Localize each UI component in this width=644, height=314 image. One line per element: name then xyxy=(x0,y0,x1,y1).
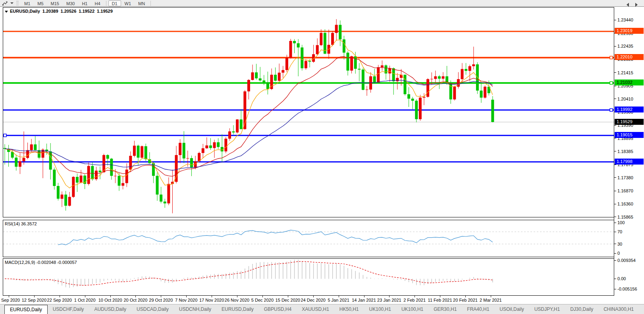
timeframe-button-w1[interactable]: W1 xyxy=(121,0,135,6)
hline-handle-1.21032[interactable] xyxy=(610,81,613,84)
axis-tick-label: 1.20410 xyxy=(617,96,633,102)
date-label: 2 Mar 2021 xyxy=(480,298,502,302)
axis-tick xyxy=(614,204,616,204)
axis-tick-label: 30 xyxy=(617,241,622,247)
date-label: 29 Oct 2020 xyxy=(149,298,173,302)
axis-tick xyxy=(614,86,616,86)
axis-tick-label: 1.17380 xyxy=(617,175,633,180)
axis-tick-label: -0.005156 xyxy=(617,286,637,292)
main-chart-panel[interactable]: EURUSD,Daily1.203891.205261.195221.19529 xyxy=(3,7,614,217)
timeframe-button-m30[interactable]: M30 xyxy=(63,0,78,6)
rsi-chart[interactable] xyxy=(3,220,614,257)
chevron-down-icon[interactable] xyxy=(5,11,8,13)
date-label: 17 Nov 2020 xyxy=(199,298,224,302)
date-label: 24 Dec 2020 xyxy=(301,298,325,302)
timeframe-button-m1[interactable]: M1 xyxy=(21,0,34,6)
chart-tab-usoil-daily[interactable]: USOil,Daily xyxy=(494,304,529,314)
axis-tick xyxy=(614,289,616,289)
chart-tab-usdchf-daily[interactable]: USDCHF,Daily xyxy=(48,304,89,314)
price-axis[interactable]: 1.234401.229301.224351.219251.214151.209… xyxy=(614,7,644,296)
date-tick xyxy=(465,296,466,297)
chart-tab-xauusd-h1[interactable]: XAUUSD,H1 xyxy=(297,304,334,314)
axis-tick xyxy=(614,165,616,165)
axis-tick-label: 1.18385 xyxy=(617,149,633,154)
date-tick xyxy=(135,296,136,297)
axis-tick xyxy=(614,20,616,20)
candlestick-chart[interactable] xyxy=(3,8,614,217)
tabs-scroll-right-button[interactable] xyxy=(635,3,638,7)
date-label: 26 Nov 2020 xyxy=(225,298,249,302)
toolbar-grip[interactable] xyxy=(17,1,18,6)
chart-tab-hk50-h1[interactable]: HK50,H1 xyxy=(334,304,364,314)
axis-tick xyxy=(614,279,616,279)
chart-tab-china300-h1[interactable]: CHINA300,H1 xyxy=(598,304,639,314)
timeframe-button-mn[interactable]: MN xyxy=(135,0,148,6)
axis-tick-label: 1.22435 xyxy=(617,43,633,49)
macd-chart[interactable] xyxy=(3,259,614,295)
date-axis[interactable]: 3 Sep 202012 Sep 202022 Sep 20201 Oct 20… xyxy=(0,296,644,304)
chart-tab-usdcnh-daily[interactable]: USDCNH,Daily xyxy=(174,304,216,314)
chart-tab-usoil-[interactable]: USOil, xyxy=(639,304,644,314)
axis-tick xyxy=(614,138,616,138)
timeframe-button-m5[interactable]: M5 xyxy=(34,0,47,6)
date-tick xyxy=(339,296,339,297)
date-label: 12 Sep 2020 xyxy=(22,298,46,302)
tabs-scroll-left-button[interactable] xyxy=(627,3,629,7)
hline-handle-1.19992[interactable] xyxy=(610,109,613,111)
chevron-down-icon[interactable] xyxy=(10,2,13,4)
toolbar-separator xyxy=(150,1,151,6)
axis-tick-label: 100 xyxy=(617,220,625,225)
chart-tab-usdcad-daily[interactable]: USDCAD,Daily xyxy=(131,304,174,314)
timeframe-button-m15[interactable]: M15 xyxy=(47,0,63,6)
chart-tab-fra40-h1[interactable]: FRA40,H1 xyxy=(462,304,494,314)
chart-tab-eurusd-daily[interactable]: EURUSD,Daily xyxy=(216,304,259,314)
axis-tick-label: 1.16360 xyxy=(617,201,633,207)
high-value: 1.20526 xyxy=(61,9,77,14)
rsi-label: RSI(14) xyxy=(5,221,20,226)
timeframe-button-d1[interactable]: D1 xyxy=(108,0,121,6)
hline-handle-1.22010[interactable] xyxy=(610,56,613,59)
date-tick xyxy=(60,296,60,297)
macd-panel[interactable]: MACD(12,26,9) -0.002048 -0.000057 xyxy=(3,258,614,296)
axis-tick xyxy=(614,253,616,254)
hline-price-label: 1.23019 xyxy=(615,28,644,34)
date-label: 15 Dec 2020 xyxy=(276,298,300,302)
axis-tick xyxy=(614,177,616,178)
chart-tab-uk100-h1[interactable]: UK100,H1 xyxy=(364,304,396,314)
date-tick xyxy=(440,296,440,297)
chart-tab-eurusd-daily[interactable]: EURUSD,Daily xyxy=(4,305,48,314)
date-tick xyxy=(212,296,212,297)
date-tick xyxy=(313,296,314,297)
axis-tick-label: 0.00 xyxy=(617,276,626,281)
date-label: 1 Oct 2020 xyxy=(74,298,96,302)
chart-tab-ger30-h1[interactable]: GER30,H1 xyxy=(428,304,462,314)
date-label: 22 Sep 2020 xyxy=(47,298,72,302)
chart-tab-gbpusd-h4[interactable]: GBPUSD,H4 xyxy=(259,304,297,314)
chart-tab-uk100-h1[interactable]: UK100,H1 xyxy=(396,304,428,314)
timeframe-button-h4[interactable]: H4 xyxy=(91,0,104,6)
axis-tick xyxy=(614,72,616,73)
date-tick xyxy=(262,296,263,297)
axis-tick xyxy=(614,232,616,232)
hline-price-label: 1.17998 xyxy=(615,159,644,165)
date-label: 2 Feb 2021 xyxy=(403,298,426,302)
hline-handle-1.19015[interactable] xyxy=(4,134,6,137)
low-value: 1.19522 xyxy=(79,9,94,14)
axis-tick xyxy=(614,46,616,47)
axis-tick-label: 70 xyxy=(617,229,622,235)
chart-tab-usdjpy-h1[interactable]: USDJPY,H1 xyxy=(529,304,565,314)
mt4-chart-window: M1M5M15M30H1H4D1W1MN EURUSD,Daily1.20389… xyxy=(0,0,644,314)
symbol-label: EURUSD,Daily xyxy=(10,9,40,14)
date-label: 3 Sep 2020 xyxy=(0,298,20,302)
axis-tick xyxy=(614,125,616,126)
chart-tab-dj30-daily[interactable]: DJ30,Daily xyxy=(565,304,598,314)
chart-tab-audusd-daily[interactable]: AUDUSD,Daily xyxy=(89,304,131,314)
timeframe-button-h1[interactable]: H1 xyxy=(78,0,91,6)
rsi-panel[interactable]: RSI(14) 36.3572 xyxy=(3,220,614,257)
hline-price-label: 1.19992 xyxy=(615,107,644,112)
rsi-value: 36.3572 xyxy=(21,221,37,226)
axis-tick xyxy=(614,151,616,151)
hline-price-label: 1.21032 xyxy=(615,79,644,85)
trendline-cursor-icon[interactable] xyxy=(1,0,9,6)
current-price-label: 1.19529 xyxy=(615,119,644,125)
